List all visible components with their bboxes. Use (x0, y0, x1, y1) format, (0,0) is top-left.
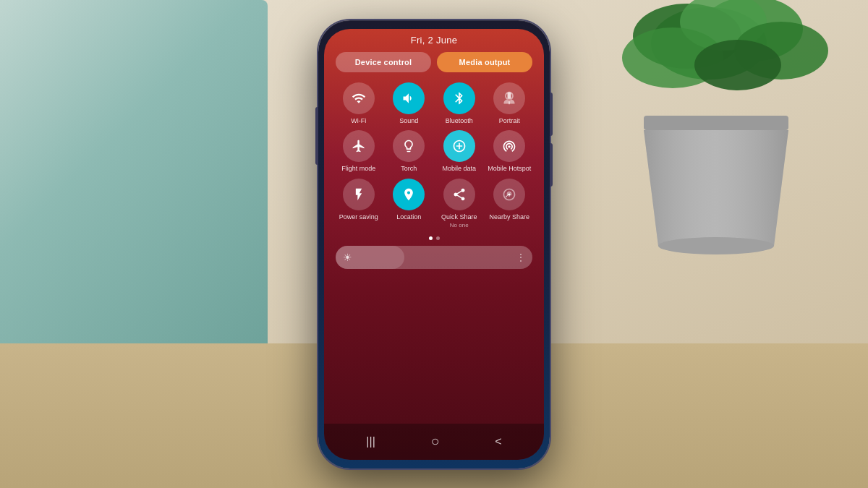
tile-nearby-share[interactable]: ⤢ Nearby Share (487, 179, 533, 229)
tile-portrait[interactable]: Portrait (487, 82, 533, 125)
pagination-dot-2 (436, 236, 440, 240)
date-display: Fri, 2 June (411, 35, 458, 46)
brightness-icon: ☀ (343, 252, 352, 263)
tile-quick-share[interactable]: Quick ShareNo one (436, 179, 482, 229)
hotspot-label: Mobile Hotspot (488, 165, 531, 173)
svg-rect-11 (508, 92, 511, 98)
sound-icon (393, 82, 425, 114)
quick-share-label: Quick ShareNo one (441, 213, 477, 229)
power-button[interactable] (550, 93, 553, 136)
flight-mode-label: Flight mode (341, 165, 375, 173)
navigation-bar: ||| ○ < (324, 424, 544, 460)
tile-flight-mode[interactable]: Flight mode (336, 130, 382, 173)
pagination (336, 236, 532, 240)
hotspot-icon (493, 130, 525, 162)
mobile-data-label: Mobile data (442, 165, 476, 173)
tile-torch[interactable]: Torch (386, 130, 433, 173)
mobile-data-icon (443, 130, 475, 162)
home-button[interactable]: ○ (425, 427, 446, 455)
volume-down-button[interactable] (315, 107, 318, 165)
brightness-slider[interactable]: ☀ ⋮ (336, 246, 532, 269)
phone-screen: Fri, 2 June Device control Media output (324, 29, 544, 460)
power-saving-icon (343, 179, 375, 210)
device-control-button[interactable]: Device control (336, 52, 431, 72)
svg-point-6 (694, 40, 781, 90)
quick-panel: Device control Media output Wi-Fi (324, 49, 544, 281)
pagination-dot-1 (429, 236, 433, 240)
tiles-grid: Wi-Fi Sound Bluetooth (336, 82, 532, 229)
bluetooth-icon (443, 82, 475, 114)
wifi-label: Wi-Fi (351, 117, 366, 125)
phone-wrapper: Fri, 2 June Device control Media output (318, 20, 550, 468)
tile-mobile-data[interactable]: Mobile data (436, 130, 482, 173)
tile-mobile-hotspot[interactable]: Mobile Hotspot (487, 130, 533, 173)
sound-label: Sound (399, 117, 418, 125)
portrait-label: Portrait (499, 117, 520, 125)
svg-marker-9 (644, 130, 788, 246)
torch-label: Torch (401, 165, 417, 173)
background-box-left (0, 0, 268, 361)
bluetooth-label: Bluetooth (446, 117, 473, 125)
tile-wifi[interactable]: Wi-Fi (336, 82, 382, 125)
tile-power-saving[interactable]: Power saving (336, 179, 382, 229)
media-output-button[interactable]: Media output (437, 52, 532, 72)
tile-bluetooth[interactable]: Bluetooth (436, 82, 482, 125)
brightness-menu-icon[interactable]: ⋮ (516, 252, 525, 262)
power-saving-label: Power saving (339, 213, 378, 221)
tile-location[interactable]: Location (386, 179, 433, 229)
location-label: Location (396, 213, 421, 221)
tile-sound[interactable]: Sound (386, 82, 433, 125)
recent-apps-button[interactable]: ||| (360, 429, 380, 454)
status-bar: Fri, 2 June (324, 29, 544, 49)
plant-pot (637, 116, 796, 260)
back-button[interactable]: < (489, 429, 507, 454)
location-icon (393, 179, 425, 210)
torch-icon (393, 130, 425, 162)
nearby-share-label: Nearby Share (489, 213, 529, 221)
top-buttons: Device control Media output (336, 52, 532, 72)
wifi-icon (343, 82, 375, 114)
svg-rect-7 (644, 116, 788, 130)
svg-point-10 (658, 237, 774, 254)
quick-share-icon (443, 179, 475, 210)
portrait-icon (493, 82, 525, 114)
volume-up-button[interactable] (550, 143, 553, 187)
phone-body: Fri, 2 June Device control Media output (318, 20, 550, 468)
nearby-share-icon: ⤢ (493, 179, 525, 210)
flight-icon (343, 130, 375, 162)
svg-text:⤢: ⤢ (505, 192, 510, 199)
